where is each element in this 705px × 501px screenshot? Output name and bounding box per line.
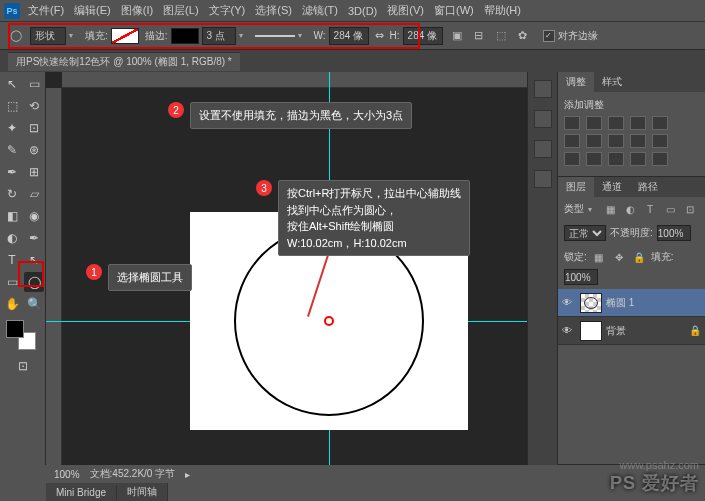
type-tool[interactable]: T [2, 250, 22, 270]
filter-adj-icon[interactable]: ◐ [622, 201, 638, 217]
chevron-down-icon[interactable]: ▾ [298, 31, 308, 40]
adj-posterize-icon[interactable] [586, 152, 602, 166]
menu-3d[interactable]: 3D(D) [348, 5, 377, 17]
width-input[interactable] [329, 27, 369, 45]
collapsed-panel-icon[interactable] [534, 170, 552, 188]
fill-opacity-input[interactable] [564, 269, 598, 285]
adj-levels-icon[interactable] [586, 116, 602, 130]
tab-timeline[interactable]: 时间轴 [117, 483, 168, 501]
canvas-area[interactable]: 1 选择椭圆工具 2 设置不使用填充，描边为黑色，大小为3点 3 按Ctrl+R… [46, 72, 527, 465]
opacity-input[interactable] [657, 225, 691, 241]
menu-window[interactable]: 窗口(W) [434, 3, 474, 18]
fill-swatch[interactable] [111, 28, 139, 44]
tab-channels[interactable]: 通道 [594, 177, 630, 197]
filter-pixel-icon[interactable]: ▦ [602, 201, 618, 217]
foreground-color-swatch[interactable] [6, 320, 24, 338]
menu-type[interactable]: 文字(Y) [209, 3, 246, 18]
menu-image[interactable]: 图像(I) [121, 3, 153, 18]
eraser-tool[interactable]: ▱ [24, 184, 44, 204]
marquee-tool[interactable]: ⬚ [2, 96, 22, 116]
menu-help[interactable]: 帮助(H) [484, 3, 521, 18]
tab-adjustments[interactable]: 调整 [558, 72, 594, 92]
collapsed-panel-icon[interactable] [534, 110, 552, 128]
artboard-tool[interactable]: ▭ [24, 74, 44, 94]
zoom-tool[interactable]: 🔍 [24, 294, 44, 314]
menu-edit[interactable]: 编辑(E) [74, 3, 111, 18]
height-input[interactable] [403, 27, 443, 45]
collapsed-panel-icon[interactable] [534, 140, 552, 158]
eyedropper-tool[interactable]: ✎ [2, 140, 22, 160]
adj-vibrance-icon[interactable] [652, 116, 668, 130]
adj-hue-icon[interactable] [564, 134, 580, 148]
chevron-down-icon[interactable]: ▾ [239, 31, 249, 40]
ruler-vertical[interactable] [46, 88, 62, 465]
adj-lut-icon[interactable] [652, 134, 668, 148]
dodge-tool[interactable]: ◐ [2, 228, 22, 248]
filter-smart-icon[interactable]: ⊡ [682, 201, 698, 217]
layer-name[interactable]: 椭圆 1 [606, 296, 634, 310]
wand-tool[interactable]: ✦ [2, 118, 22, 138]
tab-paths[interactable]: 路径 [630, 177, 666, 197]
align-edges-checkbox[interactable]: ✓ [543, 30, 555, 42]
path-arrange-icon[interactable]: ⬚ [493, 28, 509, 44]
adj-brightness-icon[interactable] [564, 116, 580, 130]
color-swatches[interactable] [6, 320, 36, 350]
path-select-tool[interactable]: ↖ [24, 250, 44, 270]
lasso-tool[interactable]: ⟲ [24, 96, 44, 116]
chevron-right-icon[interactable]: ▸ [185, 469, 190, 480]
document-tab[interactable]: 用PS快速绘制12色环 @ 100% (椭圆 1, RGB/8) * [8, 52, 240, 71]
link-wh-icon[interactable]: ⇔ [375, 29, 384, 42]
ruler-horizontal[interactable] [62, 72, 527, 88]
gradient-tool[interactable]: ◧ [2, 206, 22, 226]
blend-mode-select[interactable]: 正常 [564, 225, 606, 241]
ellipse-tool[interactable]: ◯ [24, 272, 44, 292]
move-tool[interactable]: ↖ [2, 74, 22, 94]
doc-info[interactable]: 文档:452.2K/0 字节 [90, 467, 176, 481]
layer-thumbnail[interactable] [580, 293, 602, 313]
tab-styles[interactable]: 样式 [594, 72, 630, 92]
stamp-tool[interactable]: ⊞ [24, 162, 44, 182]
adj-invert-icon[interactable] [564, 152, 580, 166]
zoom-level[interactable]: 100% [54, 469, 80, 480]
menu-file[interactable]: 文件(F) [28, 3, 64, 18]
filter-type-icon[interactable]: T [642, 201, 658, 217]
layer-thumbnail[interactable] [580, 321, 602, 341]
visibility-icon[interactable]: 👁 [562, 297, 576, 308]
collapsed-panel-icon[interactable] [534, 80, 552, 98]
adj-selective-icon[interactable] [652, 152, 668, 166]
adj-gradient-map-icon[interactable] [630, 152, 646, 166]
tab-layers[interactable]: 图层 [558, 177, 594, 197]
healing-tool[interactable]: ⊛ [24, 140, 44, 160]
chevron-down-icon[interactable]: ▾ [588, 205, 598, 214]
quickmask-tool[interactable]: ⊡ [2, 356, 44, 376]
lock-pixels-icon[interactable]: ▦ [591, 249, 607, 265]
menu-view[interactable]: 视图(V) [387, 3, 424, 18]
path-align-icon[interactable]: ⊟ [471, 28, 487, 44]
layer-name[interactable]: 背景 [606, 324, 626, 338]
tab-minibridge[interactable]: Mini Bridge [46, 485, 117, 500]
lock-all-icon[interactable]: 🔒 [631, 249, 647, 265]
adj-photo-filter-icon[interactable] [608, 134, 624, 148]
menu-layer[interactable]: 图层(L) [163, 3, 198, 18]
layer-row[interactable]: 👁 背景 🔒 [558, 317, 705, 345]
adj-channel-mixer-icon[interactable] [630, 134, 646, 148]
gear-icon[interactable]: ✿ [515, 28, 531, 44]
stroke-swatch[interactable] [171, 28, 199, 44]
brush-tool[interactable]: ✒ [2, 162, 22, 182]
tool-preset-icon[interactable]: ◯ [8, 28, 24, 44]
layer-row[interactable]: 👁 椭圆 1 [558, 289, 705, 317]
pen-tool[interactable]: ✒ [24, 228, 44, 248]
stroke-style-preview[interactable] [255, 35, 295, 37]
path-ops-icon[interactable]: ▣ [449, 28, 465, 44]
adj-exposure-icon[interactable] [630, 116, 646, 130]
crop-tool[interactable]: ⊡ [24, 118, 44, 138]
lock-position-icon[interactable]: ✥ [611, 249, 627, 265]
hand-tool[interactable]: ✋ [2, 294, 22, 314]
adj-bw-icon[interactable] [586, 134, 602, 148]
visibility-icon[interactable]: 👁 [562, 325, 576, 336]
blur-tool[interactable]: ◉ [24, 206, 44, 226]
menu-filter[interactable]: 滤镜(T) [302, 3, 338, 18]
chevron-down-icon[interactable]: ▾ [69, 31, 79, 40]
adj-curves-icon[interactable] [608, 116, 624, 130]
menu-select[interactable]: 选择(S) [255, 3, 292, 18]
